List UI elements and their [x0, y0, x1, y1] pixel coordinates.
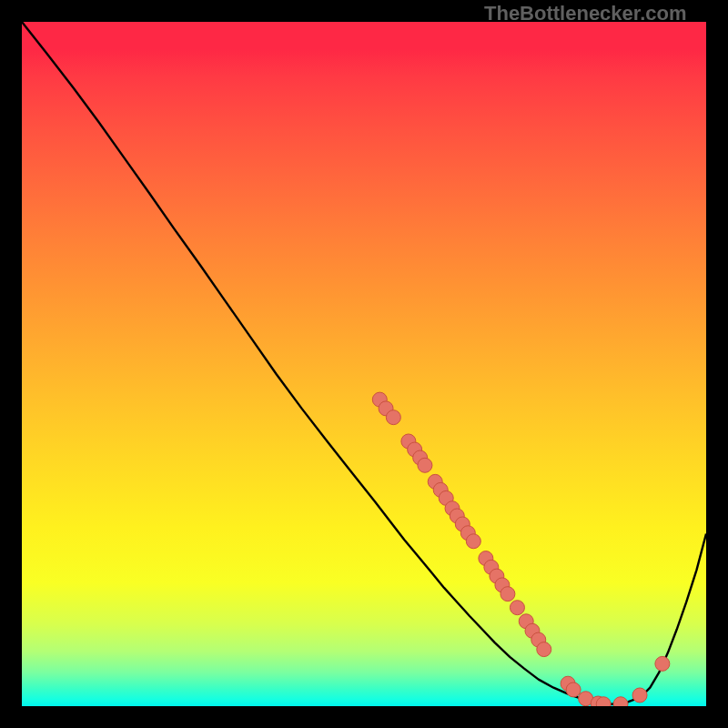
data-point	[655, 656, 670, 671]
data-point	[613, 697, 628, 706]
data-point	[386, 410, 400, 425]
data-point	[510, 601, 524, 615]
attribution-text: TheBottlenecker.com	[484, 2, 687, 25]
data-point	[566, 682, 581, 697]
dots-layer	[22, 22, 706, 706]
data-point	[418, 458, 432, 472]
data-point	[632, 688, 647, 703]
chart-stage: TheBottlenecker.com	[0, 0, 728, 728]
data-point	[466, 534, 480, 549]
data-point	[500, 587, 515, 602]
plot-area	[22, 22, 706, 706]
data-point	[537, 642, 551, 657]
data-points	[372, 392, 670, 706]
